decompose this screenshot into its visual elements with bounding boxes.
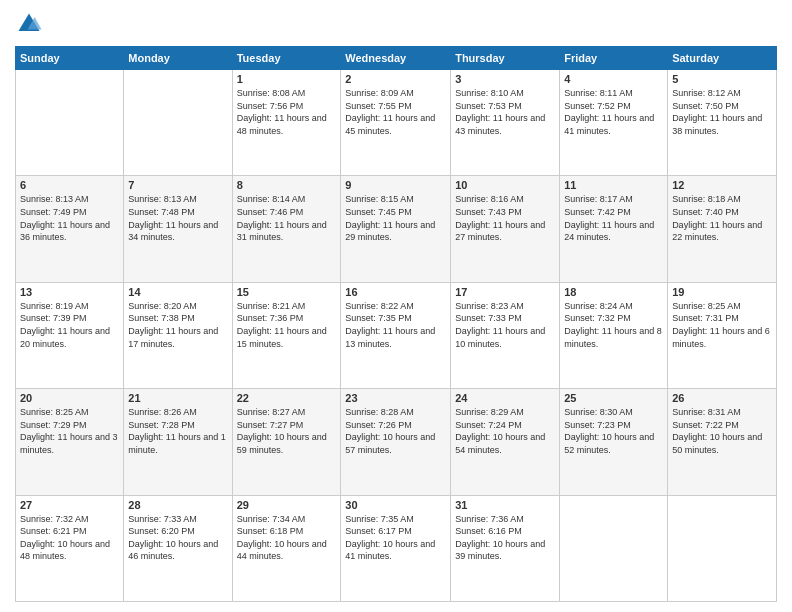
day-info: Sunrise: 8:28 AMSunset: 7:26 PMDaylight:… (345, 406, 446, 456)
calendar-cell: 25 Sunrise: 8:30 AMSunset: 7:23 PMDaylig… (560, 389, 668, 495)
calendar-cell: 24 Sunrise: 8:29 AMSunset: 7:24 PMDaylig… (451, 389, 560, 495)
calendar-cell: 9 Sunrise: 8:15 AMSunset: 7:45 PMDayligh… (341, 176, 451, 282)
header-day: Saturday (668, 47, 777, 70)
day-number: 22 (237, 392, 337, 404)
header-day: Wednesday (341, 47, 451, 70)
day-info: Sunrise: 8:22 AMSunset: 7:35 PMDaylight:… (345, 300, 446, 350)
day-number: 2 (345, 73, 446, 85)
calendar-week: 6 Sunrise: 8:13 AMSunset: 7:49 PMDayligh… (16, 176, 777, 282)
day-number: 11 (564, 179, 663, 191)
header-day: Sunday (16, 47, 124, 70)
day-number: 1 (237, 73, 337, 85)
day-info: Sunrise: 8:31 AMSunset: 7:22 PMDaylight:… (672, 406, 772, 456)
calendar-cell: 10 Sunrise: 8:16 AMSunset: 7:43 PMDaylig… (451, 176, 560, 282)
day-number: 13 (20, 286, 119, 298)
day-number: 8 (237, 179, 337, 191)
day-number: 3 (455, 73, 555, 85)
calendar-cell: 28 Sunrise: 7:33 AMSunset: 6:20 PMDaylig… (124, 495, 232, 601)
day-info: Sunrise: 7:32 AMSunset: 6:21 PMDaylight:… (20, 513, 119, 563)
header (15, 10, 777, 38)
calendar-cell: 5 Sunrise: 8:12 AMSunset: 7:50 PMDayligh… (668, 70, 777, 176)
calendar-cell: 16 Sunrise: 8:22 AMSunset: 7:35 PMDaylig… (341, 282, 451, 388)
calendar-cell: 13 Sunrise: 8:19 AMSunset: 7:39 PMDaylig… (16, 282, 124, 388)
day-number: 29 (237, 499, 337, 511)
header-day: Monday (124, 47, 232, 70)
day-info: Sunrise: 8:11 AMSunset: 7:52 PMDaylight:… (564, 87, 663, 137)
calendar-week: 1 Sunrise: 8:08 AMSunset: 7:56 PMDayligh… (16, 70, 777, 176)
day-info: Sunrise: 8:13 AMSunset: 7:48 PMDaylight:… (128, 193, 227, 243)
day-number: 10 (455, 179, 555, 191)
day-info: Sunrise: 7:36 AMSunset: 6:16 PMDaylight:… (455, 513, 555, 563)
day-number: 31 (455, 499, 555, 511)
day-number: 5 (672, 73, 772, 85)
day-info: Sunrise: 8:14 AMSunset: 7:46 PMDaylight:… (237, 193, 337, 243)
calendar-cell: 1 Sunrise: 8:08 AMSunset: 7:56 PMDayligh… (232, 70, 341, 176)
day-info: Sunrise: 8:10 AMSunset: 7:53 PMDaylight:… (455, 87, 555, 137)
day-info: Sunrise: 8:17 AMSunset: 7:42 PMDaylight:… (564, 193, 663, 243)
calendar-cell (124, 70, 232, 176)
day-info: Sunrise: 7:35 AMSunset: 6:17 PMDaylight:… (345, 513, 446, 563)
day-number: 6 (20, 179, 119, 191)
day-info: Sunrise: 8:08 AMSunset: 7:56 PMDaylight:… (237, 87, 337, 137)
day-info: Sunrise: 8:16 AMSunset: 7:43 PMDaylight:… (455, 193, 555, 243)
day-info: Sunrise: 8:21 AMSunset: 7:36 PMDaylight:… (237, 300, 337, 350)
calendar-cell: 30 Sunrise: 7:35 AMSunset: 6:17 PMDaylig… (341, 495, 451, 601)
logo (15, 10, 47, 38)
header-day: Friday (560, 47, 668, 70)
day-info: Sunrise: 8:12 AMSunset: 7:50 PMDaylight:… (672, 87, 772, 137)
calendar-cell: 12 Sunrise: 8:18 AMSunset: 7:40 PMDaylig… (668, 176, 777, 282)
calendar-cell: 2 Sunrise: 8:09 AMSunset: 7:55 PMDayligh… (341, 70, 451, 176)
calendar-cell: 20 Sunrise: 8:25 AMSunset: 7:29 PMDaylig… (16, 389, 124, 495)
day-info: Sunrise: 8:13 AMSunset: 7:49 PMDaylight:… (20, 193, 119, 243)
day-number: 30 (345, 499, 446, 511)
calendar-cell: 26 Sunrise: 8:31 AMSunset: 7:22 PMDaylig… (668, 389, 777, 495)
day-number: 24 (455, 392, 555, 404)
day-number: 14 (128, 286, 227, 298)
calendar-cell: 14 Sunrise: 8:20 AMSunset: 7:38 PMDaylig… (124, 282, 232, 388)
day-info: Sunrise: 8:19 AMSunset: 7:39 PMDaylight:… (20, 300, 119, 350)
calendar-cell: 22 Sunrise: 8:27 AMSunset: 7:27 PMDaylig… (232, 389, 341, 495)
calendar-cell: 8 Sunrise: 8:14 AMSunset: 7:46 PMDayligh… (232, 176, 341, 282)
day-info: Sunrise: 8:26 AMSunset: 7:28 PMDaylight:… (128, 406, 227, 456)
day-number: 27 (20, 499, 119, 511)
day-number: 19 (672, 286, 772, 298)
day-info: Sunrise: 8:25 AMSunset: 7:29 PMDaylight:… (20, 406, 119, 456)
day-number: 9 (345, 179, 446, 191)
day-number: 15 (237, 286, 337, 298)
day-info: Sunrise: 8:25 AMSunset: 7:31 PMDaylight:… (672, 300, 772, 350)
calendar-cell: 19 Sunrise: 8:25 AMSunset: 7:31 PMDaylig… (668, 282, 777, 388)
day-number: 21 (128, 392, 227, 404)
calendar-cell: 17 Sunrise: 8:23 AMSunset: 7:33 PMDaylig… (451, 282, 560, 388)
calendar-week: 27 Sunrise: 7:32 AMSunset: 6:21 PMDaylig… (16, 495, 777, 601)
calendar-cell: 29 Sunrise: 7:34 AMSunset: 6:18 PMDaylig… (232, 495, 341, 601)
calendar-cell: 27 Sunrise: 7:32 AMSunset: 6:21 PMDaylig… (16, 495, 124, 601)
header-row: SundayMondayTuesdayWednesdayThursdayFrid… (16, 47, 777, 70)
calendar-cell: 11 Sunrise: 8:17 AMSunset: 7:42 PMDaylig… (560, 176, 668, 282)
day-number: 20 (20, 392, 119, 404)
day-info: Sunrise: 8:09 AMSunset: 7:55 PMDaylight:… (345, 87, 446, 137)
day-number: 23 (345, 392, 446, 404)
day-info: Sunrise: 8:23 AMSunset: 7:33 PMDaylight:… (455, 300, 555, 350)
calendar-week: 20 Sunrise: 8:25 AMSunset: 7:29 PMDaylig… (16, 389, 777, 495)
day-number: 4 (564, 73, 663, 85)
header-day: Thursday (451, 47, 560, 70)
calendar-cell: 15 Sunrise: 8:21 AMSunset: 7:36 PMDaylig… (232, 282, 341, 388)
calendar-cell: 4 Sunrise: 8:11 AMSunset: 7:52 PMDayligh… (560, 70, 668, 176)
calendar-cell (560, 495, 668, 601)
calendar-cell (668, 495, 777, 601)
calendar-cell: 23 Sunrise: 8:28 AMSunset: 7:26 PMDaylig… (341, 389, 451, 495)
day-number: 16 (345, 286, 446, 298)
calendar-cell: 18 Sunrise: 8:24 AMSunset: 7:32 PMDaylig… (560, 282, 668, 388)
day-info: Sunrise: 8:18 AMSunset: 7:40 PMDaylight:… (672, 193, 772, 243)
day-info: Sunrise: 8:27 AMSunset: 7:27 PMDaylight:… (237, 406, 337, 456)
calendar-cell: 31 Sunrise: 7:36 AMSunset: 6:16 PMDaylig… (451, 495, 560, 601)
day-info: Sunrise: 7:33 AMSunset: 6:20 PMDaylight:… (128, 513, 227, 563)
calendar-cell: 3 Sunrise: 8:10 AMSunset: 7:53 PMDayligh… (451, 70, 560, 176)
calendar-table: SundayMondayTuesdayWednesdayThursdayFrid… (15, 46, 777, 602)
day-number: 18 (564, 286, 663, 298)
day-info: Sunrise: 8:29 AMSunset: 7:24 PMDaylight:… (455, 406, 555, 456)
day-info: Sunrise: 7:34 AMSunset: 6:18 PMDaylight:… (237, 513, 337, 563)
day-number: 17 (455, 286, 555, 298)
header-day: Tuesday (232, 47, 341, 70)
calendar-cell: 6 Sunrise: 8:13 AMSunset: 7:49 PMDayligh… (16, 176, 124, 282)
